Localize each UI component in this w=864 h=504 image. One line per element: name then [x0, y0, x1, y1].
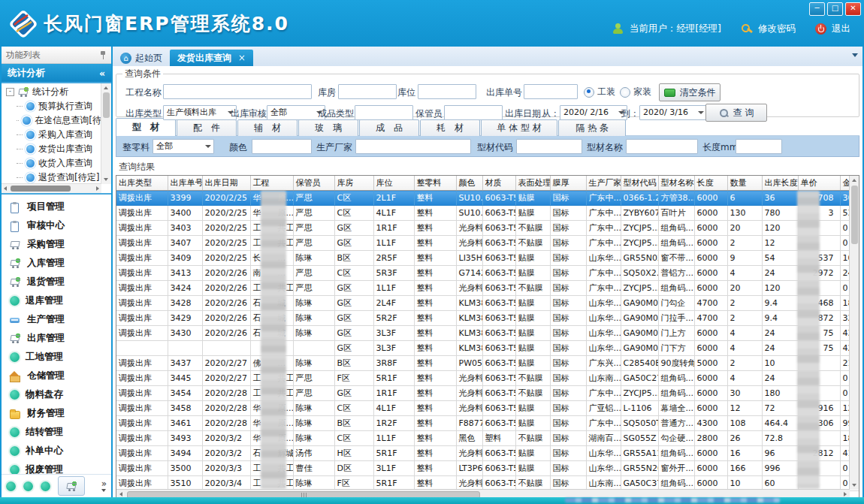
tab-active[interactable]: 发货出库查询 ×: [170, 50, 253, 66]
sidebar-group-header[interactable]: 统计分析 «: [2, 64, 111, 82]
scroll-left-icon[interactable]: [4, 186, 7, 191]
location-input[interactable]: [418, 84, 476, 99]
material-tab[interactable]: 辅 材: [237, 119, 298, 136]
column-header[interactable]: 出库长度: [762, 176, 798, 191]
column-header[interactable]: 出库单号: [168, 176, 202, 191]
scroll-right-icon[interactable]: [844, 492, 847, 496]
scroll-up-icon[interactable]: [852, 179, 856, 182]
cart-button[interactable]: [58, 476, 85, 496]
pin-icon[interactable]: [100, 50, 107, 59]
teal-dot-icon[interactable]: [23, 481, 33, 491]
table-row[interactable]: 调拨出库 3493 2020/3/2 华 原... 陈琳 C区 1L1F 整料 …: [116, 431, 859, 446]
date-to-picker[interactable]: 2020/ 3/16: [639, 105, 707, 120]
tab-home[interactable]: ⌂ 起始页: [113, 50, 170, 66]
column-header[interactable]: 颜色: [456, 176, 482, 191]
material-tab[interactable]: 隔 热 条: [558, 119, 626, 136]
scroll-down-icon[interactable]: [852, 484, 856, 487]
material-tab[interactable]: 型 材: [116, 118, 176, 136]
sidebar-menu-item[interactable]: 入库管理: [2, 254, 111, 273]
column-header[interactable]: 库房: [334, 176, 373, 191]
manufacturer-input[interactable]: [355, 139, 471, 154]
date-from-picker[interactable]: 2020/ 2/16: [560, 105, 627, 120]
clear-conditions-button[interactable]: 清空条件: [659, 83, 721, 101]
change-password-link[interactable]: 修改密码: [758, 23, 796, 35]
sidebar-menu-item[interactable]: 出库管理: [2, 329, 111, 348]
table-row[interactable]: 调拨出库 3458 2020/2/28 华 原... 陈琳 C区 4L1F 整料…: [116, 401, 859, 416]
zhengling-select[interactable]: 全部: [153, 139, 214, 154]
warehouse-input[interactable]: [338, 84, 397, 99]
order-no-input[interactable]: [524, 84, 578, 99]
material-tab[interactable]: 单 体 型 材: [481, 119, 557, 136]
color-input[interactable]: [252, 139, 312, 154]
teal-dot-icon[interactable]: [41, 481, 50, 491]
sidebar-menu-item[interactable]: 仓储管理: [2, 367, 111, 385]
name-input[interactable]: [626, 139, 698, 154]
scrollbar-thumb[interactable]: [103, 92, 110, 118]
tree-vertical-scrollbar[interactable]: [101, 83, 111, 184]
tree-root[interactable]: - 统计分析: [2, 85, 101, 99]
product-type-input[interactable]: [355, 105, 413, 120]
tree-item[interactable]: 采购入库查询: [2, 128, 101, 142]
table-row[interactable]: 调拨出库 3429 2020/2/26 石 城 陈琳 G区 5R2F 整料 KL…: [116, 311, 859, 326]
column-header[interactable]: 工程: [250, 176, 293, 191]
minimize-button[interactable]: ─: [809, 2, 825, 16]
column-header[interactable]: 数量: [727, 176, 762, 191]
column-header[interactable]: 出库日期: [202, 176, 250, 191]
project-name-input[interactable]: [163, 84, 312, 99]
close-button[interactable]: ✕: [845, 2, 861, 16]
table-row[interactable]: 调拨出库 3428 2020/2/26 石 城 陈琳 G区 2L4F 整料 KL…: [116, 296, 859, 311]
sidebar-menu-item[interactable]: 生产管理: [2, 310, 111, 329]
column-header[interactable]: 表面处理: [515, 176, 550, 191]
sidebar-menu-item[interactable]: 报废管理: [2, 460, 111, 474]
grid-vertical-scrollbar[interactable]: [849, 176, 859, 490]
table-row[interactable]: 调拨出库 3399 2020/2/25 华 原... 严思 C区 2L1F 整料…: [116, 191, 859, 206]
maximize-button[interactable]: □: [827, 2, 843, 16]
code-input[interactable]: [516, 139, 582, 154]
tree-item[interactable]: 发货出库查询: [2, 142, 101, 156]
material-tab[interactable]: 耗 材: [420, 119, 480, 136]
table-row[interactable]: 调拨出库 3437 2020/2/27 佛 ... 陈琳 B区 3R8F 整料 …: [116, 356, 859, 371]
material-tab[interactable]: 玻 璃: [298, 119, 358, 136]
scroll-right-icon[interactable]: [96, 186, 99, 191]
length-input[interactable]: [736, 139, 782, 154]
table-row[interactable]: 调拨出库 3413 2020/2/26 南 ... 严思 C区 5R3F 整料 …: [116, 266, 859, 281]
table-row[interactable]: 调拨出库 3500 2020/3/3 工 共工程 曹佳 D区 3L1F 整料 L…: [116, 461, 859, 476]
sidebar-menu-item[interactable]: 补单中心: [2, 442, 111, 460]
table-row[interactable]: 调拨出库 3424 2020/2/26 工 共工程 严思 G区 1L1F 整料 …: [116, 281, 859, 296]
column-header[interactable]: 长度: [694, 176, 727, 191]
column-header[interactable]: 库位: [373, 176, 414, 191]
tree-horizontal-scrollbar[interactable]: [2, 183, 101, 193]
radio-jiazhuang[interactable]: 家装: [620, 86, 651, 98]
column-header[interactable]: 型材名称: [658, 176, 694, 191]
column-header[interactable]: 型材代码: [621, 176, 658, 191]
teal-dot-icon[interactable]: [6, 481, 16, 491]
sidebar-menu-item[interactable]: 物料盘存: [2, 385, 111, 404]
scrollbar-thumb[interactable]: [851, 186, 858, 244]
radio-gongzhuang[interactable]: 工装: [584, 86, 615, 98]
sidebar-menu-item[interactable]: 退货管理: [2, 273, 111, 291]
column-header[interactable]: 整零料: [414, 176, 456, 191]
tree-item[interactable]: 预算执行查询: [2, 99, 101, 113]
sidebar-menu-item[interactable]: 工地管理: [2, 348, 111, 367]
tree-item[interactable]: 在途信息查询[待: [2, 113, 101, 128]
column-header[interactable]: 保管员: [293, 176, 334, 191]
column-header[interactable]: 膜厚: [550, 176, 586, 191]
search-button[interactable]: 查 询: [705, 104, 767, 122]
table-row[interactable]: 调拨出库 3407 2020/2/25 工 共工程 严思 G区 1L1F 整料 …: [116, 236, 859, 251]
scroll-up-icon[interactable]: [104, 86, 108, 89]
scroll-left-icon[interactable]: [119, 492, 122, 496]
audit-select[interactable]: 全部: [267, 105, 325, 120]
column-header[interactable]: 单价: [798, 176, 840, 191]
sidebar-menu-item[interactable]: 财务管理: [2, 404, 111, 423]
sidebar-menu-item[interactable]: 结转管理: [2, 423, 111, 442]
sidebar-menu-item[interactable]: 审核中心: [2, 216, 111, 235]
expander-icon[interactable]: -: [6, 88, 14, 96]
chevron-down-icon[interactable]: [852, 53, 858, 57]
collapse-icon[interactable]: «: [99, 68, 105, 79]
table-row[interactable]: 调拨出库 3454 2020/2/28 工 共工程 严思 G区 1R1F 整料 …: [116, 386, 859, 401]
table-row[interactable]: 调拨出库 3461 2020/2/28 华 原... 陈琳 B区 1R2F 整料…: [116, 416, 859, 431]
scrollbar-thumb[interactable]: [11, 186, 71, 192]
table-row[interactable]: 调拨出库 3409 2020/2/25 长 ... 陈琳 B区 2R5F 整料 …: [116, 251, 859, 266]
column-header[interactable]: 出库类型: [116, 176, 168, 191]
material-tab[interactable]: 成 品: [359, 119, 419, 136]
